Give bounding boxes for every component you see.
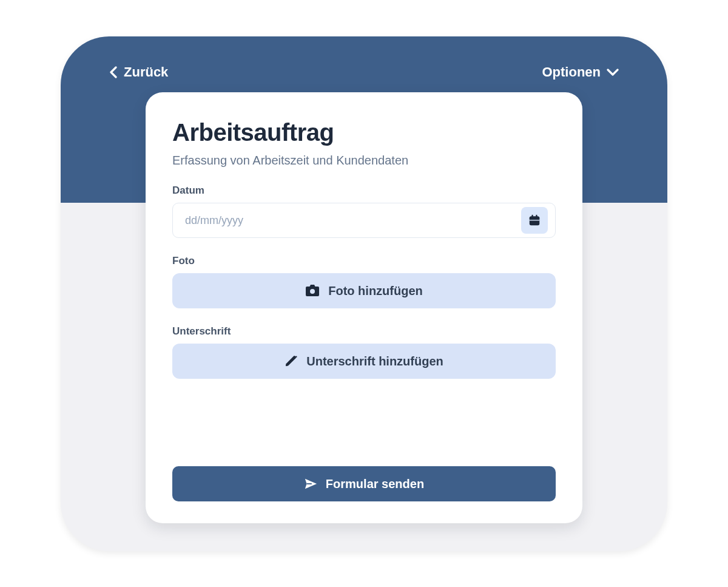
add-photo-label: Foto hinzufügen [328, 284, 423, 298]
field-signature: Unterschrift Unterschrift hinzufügen [172, 325, 556, 379]
form-card: Arbeitsauftrag Erfassung von Arbeitszeit… [146, 92, 582, 523]
submit-button[interactable]: Formular senden [172, 466, 556, 501]
camera-icon [305, 284, 320, 297]
svg-point-6 [295, 356, 297, 358]
topbar-row: Zurück Optionen [61, 36, 667, 80]
options-button[interactable]: Optionen [542, 64, 619, 80]
options-label: Optionen [542, 64, 601, 80]
photo-label: Foto [172, 255, 556, 267]
spacer [172, 379, 556, 452]
date-input[interactable] [185, 214, 521, 227]
chevron-left-icon [109, 66, 118, 78]
add-signature-button[interactable]: Unterschrift hinzufügen [172, 344, 556, 379]
date-picker-button[interactable] [521, 207, 548, 234]
submit-label: Formular senden [326, 477, 424, 491]
back-label: Zurück [124, 64, 168, 80]
svg-point-5 [310, 289, 315, 294]
calendar-icon [528, 214, 541, 227]
svg-rect-1 [530, 217, 540, 220]
svg-rect-2 [531, 215, 533, 218]
form-title: Arbeitsauftrag [172, 119, 556, 146]
add-photo-button[interactable]: Foto hinzufügen [172, 273, 556, 308]
field-date: Datum [172, 185, 556, 238]
form-subtitle: Erfassung von Arbeitszeit und Kundendate… [172, 154, 556, 168]
svg-rect-3 [536, 215, 537, 218]
date-input-wrap[interactable] [172, 203, 556, 238]
back-button[interactable]: Zurück [109, 64, 168, 80]
chevron-down-icon [607, 68, 619, 76]
field-photo: Foto Foto hinzufügen [172, 255, 556, 308]
pencil-icon [285, 355, 298, 368]
svg-rect-4 [530, 220, 540, 220]
signature-label: Unterschrift [172, 325, 556, 338]
date-label: Datum [172, 185, 556, 197]
send-icon [304, 477, 317, 490]
add-signature-label: Unterschrift hinzufügen [306, 355, 443, 368]
device-frame: Zurück Optionen Arbeitsauftrag Erfassung… [61, 36, 667, 551]
